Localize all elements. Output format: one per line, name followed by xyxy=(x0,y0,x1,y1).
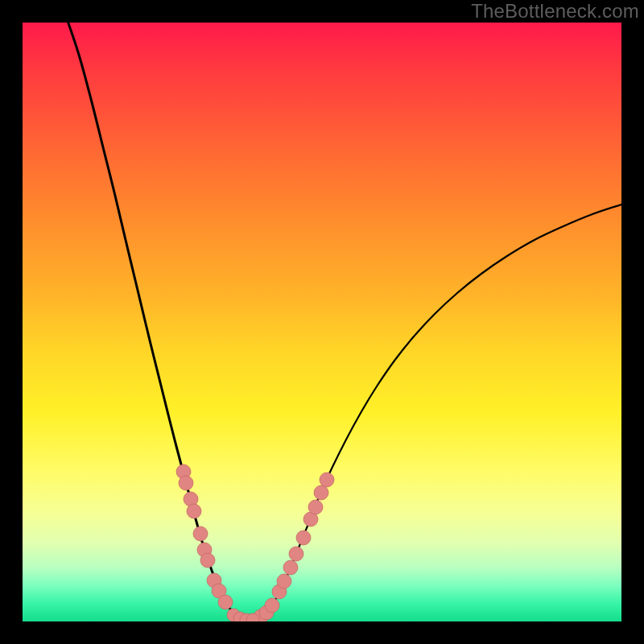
marker-right xyxy=(308,500,323,514)
marker-left xyxy=(218,595,233,609)
watermark-text: TheBottleneck.com xyxy=(471,0,639,23)
curve-right-branch xyxy=(248,204,621,621)
plot-area xyxy=(23,23,621,621)
markers-group xyxy=(176,464,334,621)
marker-right xyxy=(277,574,291,588)
curve-left-branch xyxy=(67,23,248,621)
marker-right xyxy=(265,598,279,613)
marker-left xyxy=(179,476,193,490)
marker-left xyxy=(187,504,201,518)
marker-right xyxy=(283,560,298,575)
marker-right xyxy=(296,530,311,545)
marker-right xyxy=(320,473,334,487)
chart-frame: TheBottleneck.com xyxy=(0,0,644,644)
marker-left xyxy=(200,553,215,568)
marker-right xyxy=(289,547,303,561)
marker-left xyxy=(193,526,208,541)
marker-right xyxy=(314,485,328,500)
curves-svg xyxy=(23,23,621,621)
